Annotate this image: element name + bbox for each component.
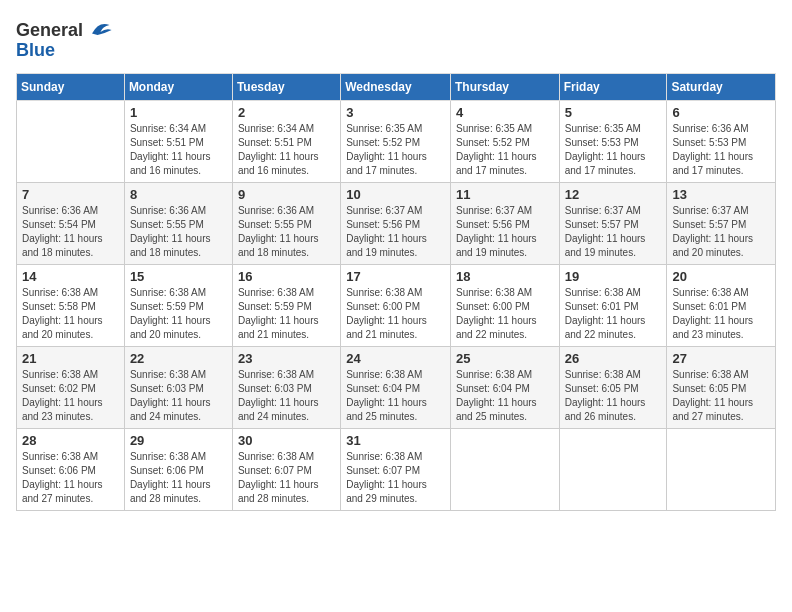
- day-info: Sunrise: 6:38 AMSunset: 5:58 PMDaylight:…: [22, 286, 119, 342]
- day-number: 5: [565, 105, 662, 120]
- calendar-cell: [450, 429, 559, 511]
- day-number: 13: [672, 187, 770, 202]
- day-info: Sunrise: 6:38 AMSunset: 5:59 PMDaylight:…: [130, 286, 227, 342]
- calendar-cell: 11 Sunrise: 6:37 AMSunset: 5:56 PMDaylig…: [450, 183, 559, 265]
- day-info: Sunrise: 6:37 AMSunset: 5:57 PMDaylight:…: [672, 204, 770, 260]
- calendar-cell: 21 Sunrise: 6:38 AMSunset: 6:02 PMDaylig…: [17, 347, 125, 429]
- day-info: Sunrise: 6:38 AMSunset: 6:04 PMDaylight:…: [456, 368, 554, 424]
- day-number: 7: [22, 187, 119, 202]
- calendar-cell: 31 Sunrise: 6:38 AMSunset: 6:07 PMDaylig…: [341, 429, 451, 511]
- day-info: Sunrise: 6:38 AMSunset: 6:03 PMDaylight:…: [238, 368, 335, 424]
- day-number: 3: [346, 105, 445, 120]
- calendar-week-row: 28 Sunrise: 6:38 AMSunset: 6:06 PMDaylig…: [17, 429, 776, 511]
- day-info: Sunrise: 6:38 AMSunset: 6:06 PMDaylight:…: [130, 450, 227, 506]
- calendar-table: SundayMondayTuesdayWednesdayThursdayFrid…: [16, 73, 776, 511]
- calendar-cell: 27 Sunrise: 6:38 AMSunset: 6:05 PMDaylig…: [667, 347, 776, 429]
- day-info: Sunrise: 6:38 AMSunset: 6:01 PMDaylight:…: [565, 286, 662, 342]
- calendar-week-row: 14 Sunrise: 6:38 AMSunset: 5:58 PMDaylig…: [17, 265, 776, 347]
- column-header-friday: Friday: [559, 74, 667, 101]
- day-number: 2: [238, 105, 335, 120]
- day-number: 6: [672, 105, 770, 120]
- logo-general: General: [16, 20, 83, 41]
- calendar-week-row: 1 Sunrise: 6:34 AMSunset: 5:51 PMDayligh…: [17, 101, 776, 183]
- calendar-cell: 20 Sunrise: 6:38 AMSunset: 6:01 PMDaylig…: [667, 265, 776, 347]
- day-info: Sunrise: 6:38 AMSunset: 6:00 PMDaylight:…: [346, 286, 445, 342]
- day-number: 25: [456, 351, 554, 366]
- calendar-cell: 13 Sunrise: 6:37 AMSunset: 5:57 PMDaylig…: [667, 183, 776, 265]
- calendar-cell: 19 Sunrise: 6:38 AMSunset: 6:01 PMDaylig…: [559, 265, 667, 347]
- day-info: Sunrise: 6:35 AMSunset: 5:53 PMDaylight:…: [565, 122, 662, 178]
- calendar-cell: 15 Sunrise: 6:38 AMSunset: 5:59 PMDaylig…: [124, 265, 232, 347]
- day-number: 21: [22, 351, 119, 366]
- calendar-cell: 23 Sunrise: 6:38 AMSunset: 6:03 PMDaylig…: [232, 347, 340, 429]
- day-number: 17: [346, 269, 445, 284]
- day-number: 18: [456, 269, 554, 284]
- day-number: 20: [672, 269, 770, 284]
- column-header-sunday: Sunday: [17, 74, 125, 101]
- calendar-header-row: SundayMondayTuesdayWednesdayThursdayFrid…: [17, 74, 776, 101]
- day-info: Sunrise: 6:38 AMSunset: 6:00 PMDaylight:…: [456, 286, 554, 342]
- day-info: Sunrise: 6:36 AMSunset: 5:55 PMDaylight:…: [130, 204, 227, 260]
- calendar-cell: [17, 101, 125, 183]
- day-number: 26: [565, 351, 662, 366]
- column-header-monday: Monday: [124, 74, 232, 101]
- day-info: Sunrise: 6:38 AMSunset: 6:01 PMDaylight:…: [672, 286, 770, 342]
- day-number: 29: [130, 433, 227, 448]
- day-info: Sunrise: 6:37 AMSunset: 5:56 PMDaylight:…: [456, 204, 554, 260]
- day-number: 8: [130, 187, 227, 202]
- calendar-cell: 18 Sunrise: 6:38 AMSunset: 6:00 PMDaylig…: [450, 265, 559, 347]
- column-header-wednesday: Wednesday: [341, 74, 451, 101]
- calendar-cell: 9 Sunrise: 6:36 AMSunset: 5:55 PMDayligh…: [232, 183, 340, 265]
- day-number: 1: [130, 105, 227, 120]
- logo: General Blue: [16, 16, 113, 61]
- day-info: Sunrise: 6:38 AMSunset: 6:03 PMDaylight:…: [130, 368, 227, 424]
- day-number: 28: [22, 433, 119, 448]
- page-header: General Blue: [16, 16, 776, 61]
- day-info: Sunrise: 6:38 AMSunset: 6:05 PMDaylight:…: [672, 368, 770, 424]
- calendar-cell: 3 Sunrise: 6:35 AMSunset: 5:52 PMDayligh…: [341, 101, 451, 183]
- day-info: Sunrise: 6:38 AMSunset: 6:05 PMDaylight:…: [565, 368, 662, 424]
- day-info: Sunrise: 6:36 AMSunset: 5:54 PMDaylight:…: [22, 204, 119, 260]
- calendar-cell: 28 Sunrise: 6:38 AMSunset: 6:06 PMDaylig…: [17, 429, 125, 511]
- calendar-cell: 7 Sunrise: 6:36 AMSunset: 5:54 PMDayligh…: [17, 183, 125, 265]
- day-info: Sunrise: 6:37 AMSunset: 5:57 PMDaylight:…: [565, 204, 662, 260]
- column-header-tuesday: Tuesday: [232, 74, 340, 101]
- calendar-cell: 1 Sunrise: 6:34 AMSunset: 5:51 PMDayligh…: [124, 101, 232, 183]
- day-number: 10: [346, 187, 445, 202]
- day-number: 30: [238, 433, 335, 448]
- day-info: Sunrise: 6:35 AMSunset: 5:52 PMDaylight:…: [456, 122, 554, 178]
- calendar-cell: 2 Sunrise: 6:34 AMSunset: 5:51 PMDayligh…: [232, 101, 340, 183]
- day-number: 12: [565, 187, 662, 202]
- day-info: Sunrise: 6:34 AMSunset: 5:51 PMDaylight:…: [238, 122, 335, 178]
- day-number: 9: [238, 187, 335, 202]
- day-info: Sunrise: 6:35 AMSunset: 5:52 PMDaylight:…: [346, 122, 445, 178]
- day-info: Sunrise: 6:36 AMSunset: 5:53 PMDaylight:…: [672, 122, 770, 178]
- calendar-cell: 22 Sunrise: 6:38 AMSunset: 6:03 PMDaylig…: [124, 347, 232, 429]
- day-info: Sunrise: 6:38 AMSunset: 6:06 PMDaylight:…: [22, 450, 119, 506]
- calendar-cell: 24 Sunrise: 6:38 AMSunset: 6:04 PMDaylig…: [341, 347, 451, 429]
- calendar-cell: 12 Sunrise: 6:37 AMSunset: 5:57 PMDaylig…: [559, 183, 667, 265]
- calendar-cell: 16 Sunrise: 6:38 AMSunset: 5:59 PMDaylig…: [232, 265, 340, 347]
- calendar-week-row: 21 Sunrise: 6:38 AMSunset: 6:02 PMDaylig…: [17, 347, 776, 429]
- calendar-week-row: 7 Sunrise: 6:36 AMSunset: 5:54 PMDayligh…: [17, 183, 776, 265]
- calendar-cell: 4 Sunrise: 6:35 AMSunset: 5:52 PMDayligh…: [450, 101, 559, 183]
- calendar-cell: [667, 429, 776, 511]
- day-number: 23: [238, 351, 335, 366]
- day-info: Sunrise: 6:38 AMSunset: 6:07 PMDaylight:…: [238, 450, 335, 506]
- calendar-cell: 6 Sunrise: 6:36 AMSunset: 5:53 PMDayligh…: [667, 101, 776, 183]
- calendar-cell: [559, 429, 667, 511]
- day-number: 19: [565, 269, 662, 284]
- day-info: Sunrise: 6:38 AMSunset: 6:04 PMDaylight:…: [346, 368, 445, 424]
- calendar-cell: 14 Sunrise: 6:38 AMSunset: 5:58 PMDaylig…: [17, 265, 125, 347]
- day-number: 27: [672, 351, 770, 366]
- calendar-cell: 25 Sunrise: 6:38 AMSunset: 6:04 PMDaylig…: [450, 347, 559, 429]
- day-info: Sunrise: 6:38 AMSunset: 6:02 PMDaylight:…: [22, 368, 119, 424]
- day-info: Sunrise: 6:38 AMSunset: 6:07 PMDaylight:…: [346, 450, 445, 506]
- day-info: Sunrise: 6:36 AMSunset: 5:55 PMDaylight:…: [238, 204, 335, 260]
- logo-blue: Blue: [16, 40, 113, 61]
- column-header-saturday: Saturday: [667, 74, 776, 101]
- day-info: Sunrise: 6:34 AMSunset: 5:51 PMDaylight:…: [130, 122, 227, 178]
- day-number: 11: [456, 187, 554, 202]
- day-number: 22: [130, 351, 227, 366]
- calendar-cell: 17 Sunrise: 6:38 AMSunset: 6:00 PMDaylig…: [341, 265, 451, 347]
